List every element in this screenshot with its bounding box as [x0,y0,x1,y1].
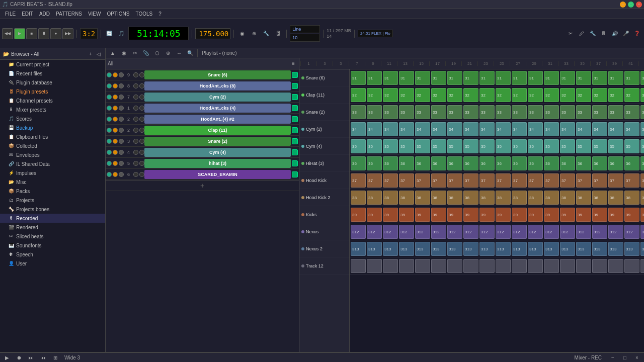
playlist-block-3-6[interactable]: 34 [447,122,462,136]
playlist-block-11-12[interactable] [544,259,559,273]
playlist-block-3-5[interactable]: 34 [431,122,446,136]
playlist-block-6-17[interactable]: 37 [624,173,639,188]
add-channel-btn[interactable]: + [200,182,204,190]
playlist-block-8-2[interactable]: 39 [383,208,398,222]
ch-orange-btn-3[interactable] [113,106,118,111]
playlist-block-5-13[interactable]: 36 [560,156,575,170]
close-button[interactable]: × [636,2,642,8]
sidebar-item-plugin-presets[interactable]: 🎛Plugin presets [0,87,105,96]
playlist-block-7-8[interactable]: 38 [479,191,495,205]
playlist-block-10-16[interactable]: 313 [608,242,623,256]
tool-icon6[interactable]: 🎤 [621,29,631,39]
playlist-block-7-0[interactable]: 38 [351,191,366,205]
menu-add[interactable]: ADD [36,10,53,18]
playlist-block-3-7[interactable]: 34 [463,122,478,136]
tb2-icon8[interactable]: 🔍 [185,48,195,58]
playlist-block-6-3[interactable]: 37 [399,173,414,188]
playlist-block-6-5[interactable]: 37 [431,173,446,188]
sidebar-item-recent-files[interactable]: 📄Recent files [0,69,105,78]
playlist-block-5-16[interactable]: 36 [608,156,623,170]
playlist-block-0-7[interactable]: 31 [463,71,478,85]
ch-extra-btn2-7[interactable] [139,150,144,155]
pause-button[interactable]: ⏸ [38,28,49,39]
playlist-block-5-5[interactable]: 36 [431,156,446,170]
tool-icon4[interactable]: 🎚 [599,29,609,39]
playlist-block-8-7[interactable]: 39 [463,208,478,222]
playlist-block-5-11[interactable]: 36 [528,156,543,170]
sidebar-item-recorded[interactable]: 🎙Recorded [0,214,105,223]
tool-icon1[interactable]: ✂ [566,29,576,39]
playlist-block-0-2[interactable]: 31 [383,71,398,85]
playlist-block-9-18[interactable]: 312 [640,225,644,239]
ch-send-5[interactable] [292,127,298,133]
playlist-block-5-1[interactable]: 36 [367,156,382,170]
playlist-block-4-14[interactable]: 35 [576,139,591,153]
playlist-block-0-0[interactable]: 31 [351,71,366,85]
playlist-block-4-3[interactable]: 35 [399,139,414,153]
sidebar-item-backup[interactable]: 💾Backup [0,123,105,132]
playlist-block-10-4[interactable]: 313 [415,242,430,256]
ch-send-4[interactable] [292,116,298,122]
playlist-block-10-13[interactable]: 313 [560,242,575,256]
ch-extra-btn-7[interactable] [133,150,138,155]
playlist-block-7-11[interactable]: 38 [528,191,543,205]
ch-green-btn-0[interactable] [107,72,112,77]
playlist-block-8-16[interactable]: 39 [608,208,623,222]
playlist-block-9-6[interactable]: 312 [447,225,462,239]
playlist-block-8-14[interactable]: 39 [576,208,591,222]
ch-green-btn-6[interactable] [107,139,112,144]
playlist-block-8-11[interactable]: 39 [528,208,543,222]
playlist-block-10-14[interactable]: 313 [576,242,591,256]
playlist-block-4-6[interactable]: 35 [447,139,462,153]
playlist-block-11-15[interactable] [592,259,607,273]
playlist-block-8-9[interactable]: 39 [496,208,511,222]
playlist-block-2-0[interactable]: 33 [351,105,366,119]
ch-extra-btn-5[interactable] [133,128,138,133]
playlist-block-9-5[interactable]: 312 [431,225,446,239]
playlist-block-0-14[interactable]: 31 [576,71,591,85]
playlist-block-10-11[interactable]: 313 [528,242,543,256]
playlist-block-8-12[interactable]: 39 [544,208,559,222]
playlist-block-3-10[interactable]: 34 [512,122,527,136]
minimize-button[interactable]: − [620,2,626,8]
ch-mute-btn-6[interactable] [119,139,124,144]
sidebar-item-envelopes[interactable]: ✉Envelopes [0,150,105,159]
playlist-block-11-18[interactable] [640,259,644,273]
playlist-block-9-0[interactable]: 312 [351,225,366,239]
track-name-cell-1[interactable]: Clap (11) [299,86,349,104]
sidebar-item-collected[interactable]: 📦Collected [0,141,105,150]
mixer-max-btn[interactable]: □ [620,353,630,363]
playlist-block-7-9[interactable]: 38 [496,191,511,205]
playlist-block-11-9[interactable] [496,259,511,273]
ch-orange-btn-6[interactable] [113,139,118,144]
playlist-block-11-1[interactable] [367,259,382,273]
playlist-block-0-9[interactable]: 31 [496,71,511,85]
playlist-block-2-7[interactable]: 33 [463,105,478,119]
sidebar-item-soundfonts[interactable]: 🎹Soundfonts [0,241,105,250]
playlist-block-0-5[interactable]: 31 [431,71,446,85]
mode-icon4[interactable]: 🎛 [273,29,283,39]
mixer-close-btn[interactable]: × [632,353,642,363]
ch-extra-btn-9[interactable] [133,172,138,177]
rack-icon1[interactable]: ≡ [290,60,297,67]
playlist-block-7-2[interactable]: 38 [383,191,398,205]
track-name-cell-2[interactable]: Snare (2) [299,104,349,121]
playlist-block-3-3[interactable]: 34 [399,122,414,136]
playlist-block-10-3[interactable]: 313 [399,242,414,256]
playlist-block-0-12[interactable]: 31 [544,71,559,85]
mixer-play-btn[interactable]: ▶ [2,353,12,363]
playlist-block-1-5[interactable]: 32 [431,88,446,102]
playlist-block-5-15[interactable]: 36 [592,156,607,170]
playlist-block-9-7[interactable]: 312 [463,225,478,239]
playlist-block-1-16[interactable]: 32 [608,88,623,102]
playlist-block-1-8[interactable]: 32 [479,88,495,102]
playlist-block-6-16[interactable]: 37 [608,173,623,188]
ch-green-btn-3[interactable] [107,106,112,111]
add-channel-row[interactable]: + [106,180,299,191]
playlist-block-1-7[interactable]: 32 [463,88,478,102]
playlist-block-2-3[interactable]: 33 [399,105,414,119]
sidebar-item-current-project[interactable]: 📁Current project [0,60,105,69]
playlist-block-11-3[interactable] [399,259,414,273]
playlist-block-1-3[interactable]: 32 [399,88,414,102]
playlist-block-3-12[interactable]: 34 [544,122,559,136]
